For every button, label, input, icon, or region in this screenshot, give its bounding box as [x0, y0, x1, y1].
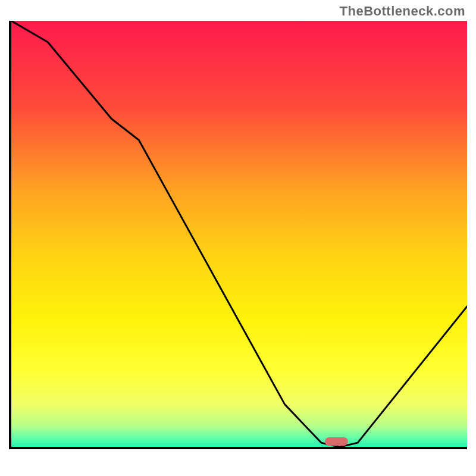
optimal-marker [325, 437, 348, 446]
plot-area [9, 21, 467, 449]
watermark-text: TheBottleneck.com [340, 4, 465, 19]
bottleneck-curve [11, 21, 467, 447]
